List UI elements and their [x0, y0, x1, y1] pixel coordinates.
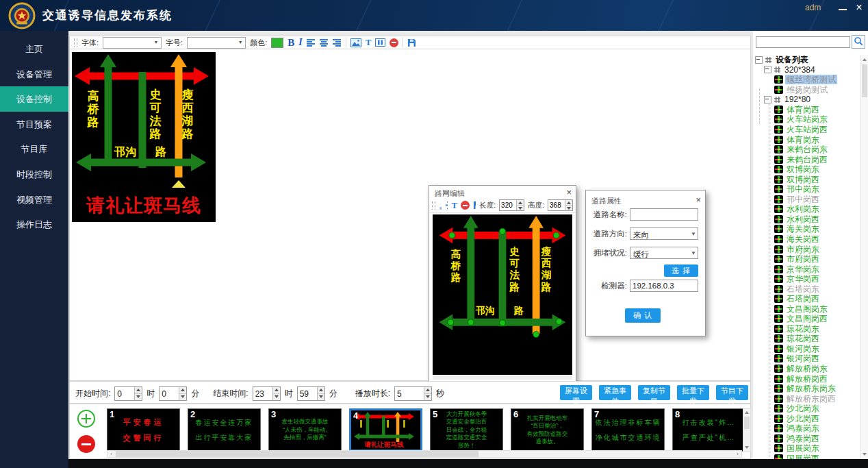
insert-image-icon[interactable] [350, 38, 361, 47]
action-button-紧急事件[interactable]: 紧急事件 [599, 385, 631, 400]
device-item-水利岗东[interactable]: 水利岗东 [753, 204, 821, 214]
save-icon[interactable] [473, 201, 476, 210]
device-item-银河岗东[interactable]: 银河岗东 [753, 344, 821, 354]
device-group-192*80[interactable]: 192*80 [753, 95, 812, 105]
edit-canvas[interactable]: 高桥路 史可法路 瘦西湖路 邗沟 路 请礼让斑马线 路网编辑 × T 长度: 3… [69, 49, 751, 381]
add-program-button[interactable] [77, 410, 95, 428]
bold-button[interactable]: B [288, 38, 294, 47]
device-item-双博岗西[interactable]: 双博岗西 [753, 174, 821, 184]
fontsize-select[interactable]: ▼ [187, 37, 246, 49]
device-item-解放桥东岗东[interactable]: 解放桥东岗东 [753, 384, 837, 394]
close-icon[interactable]: × [853, 1, 865, 14]
confirm-button[interactable]: 确 认 [625, 308, 661, 323]
delete-icon[interactable] [390, 38, 398, 47]
tree-scrollbar[interactable] [860, 55, 868, 459]
add-road-tool-icon[interactable] [445, 201, 448, 210]
device-item-沙北岗东[interactable]: 沙北岗东 [753, 404, 821, 414]
device-group-320*384[interactable]: 320*384 [753, 65, 817, 75]
device-item-火车站岗西[interactable]: 火车站岗西 [753, 125, 829, 135]
scroll-right-icon[interactable]: › [734, 451, 741, 457]
device-item-水利岗西[interactable]: 水利岗西 [753, 214, 821, 225]
search-button[interactable] [852, 35, 865, 49]
start-hour-stepper[interactable]: 0 [114, 386, 142, 401]
minimize-icon[interactable] [837, 3, 849, 14]
sidebar-item-设备控制[interactable]: 设备控制 [0, 86, 68, 112]
program-thumbnail-6[interactable]: 6扎实开展电动车“百日整治”，有效预防道路交通事故。 [511, 408, 584, 452]
length-stepper[interactable]: 320 [499, 199, 524, 211]
device-item-来鹤台岗西[interactable]: 来鹤台岗西 [753, 154, 829, 164]
device-item-文昌阁岗西[interactable]: 文昌阁岗西 [753, 314, 829, 324]
device-item-石塔岗东[interactable]: 石塔岗东 [753, 284, 821, 294]
device-item-邗中岗东[interactable]: 邗中岗东 [753, 184, 821, 195]
playlist-vscrollbar[interactable] [743, 408, 751, 452]
text-tool-icon[interactable]: T [366, 37, 372, 48]
sidebar-item-视频管理[interactable]: 视频管理 [0, 187, 68, 212]
device-item-国展岗西[interactable]: 国展岗西 [753, 454, 821, 459]
draw-line-tool-icon[interactable] [439, 201, 442, 210]
device-item-来鹤台岗东[interactable]: 来鹤台岗东 [753, 145, 829, 155]
action-button-节目下发[interactable]: 节目下发 [716, 385, 748, 400]
text-tool-icon[interactable]: T [451, 200, 457, 211]
program-thumbnail-4[interactable]: 4请礼让斑马线 [349, 408, 422, 452]
traffic-sign-edit-view[interactable]: 高桥路 史可法路 瘦西湖路 邗沟 路 [433, 214, 572, 375]
select-detector-button[interactable]: 选 择 [664, 264, 698, 277]
collapse-icon[interactable] [755, 56, 763, 64]
program-thumbnail-2[interactable]: 2春运安全连万家出行平安靠大家 [188, 408, 261, 452]
program-thumbnail-5[interactable]: 5大力开展秋冬季交通安全整治百日会战，全力稳定道路交通安全形势！ [430, 408, 503, 452]
height-stepper[interactable]: 368 [548, 199, 573, 211]
device-item-国展岗东[interactable]: 国展岗东 [753, 443, 821, 454]
align-left-icon[interactable] [307, 39, 316, 47]
device-item-邗中岗西[interactable]: 邗中岗西 [753, 195, 821, 205]
device-item-京华岗东[interactable]: 京华岗东 [753, 264, 821, 274]
end-minute-stepper[interactable]: 59 [297, 386, 325, 401]
device-item-鸿泰岗东[interactable]: 鸿泰岗东 [753, 423, 821, 434]
sidebar-item-主页[interactable]: 主页 [0, 36, 68, 62]
device-item-沙北岗西[interactable]: 沙北岗西 [753, 413, 821, 423]
font-select[interactable]: ▼ [103, 37, 162, 49]
device-item-鸿泰岗西[interactable]: 鸿泰岗西 [753, 434, 821, 444]
italic-button[interactable]: I [298, 37, 302, 48]
start-minute-stepper[interactable]: 0 [159, 386, 187, 401]
align-center-icon[interactable] [320, 39, 329, 47]
color-swatch[interactable] [271, 38, 283, 48]
sidebar-item-时段控制[interactable]: 时段控制 [0, 162, 68, 187]
scroll-up-icon[interactable] [861, 56, 868, 63]
close-icon[interactable]: × [695, 195, 701, 205]
collapse-icon[interactable] [764, 96, 771, 103]
scrollbar-thumb[interactable] [116, 451, 478, 457]
editor-hscrollbar[interactable] [433, 376, 572, 380]
device-item-海关岗东[interactable]: 海关岗东 [753, 224, 821, 234]
device-item-螺丝湾桥测试[interactable]: 螺丝湾桥测试 [753, 75, 837, 85]
device-item-解放桥岗东[interactable]: 解放桥岗东 [753, 364, 829, 374]
duration-stepper[interactable]: 5 [394, 386, 432, 401]
device-item-市府岗东[interactable]: 市府岗东 [753, 244, 821, 254]
device-item-市府岗西[interactable]: 市府岗西 [753, 254, 821, 264]
device-item-海关岗西[interactable]: 海关岗西 [753, 234, 821, 245]
device-item-火车站岗东[interactable]: 火车站岗东 [753, 114, 829, 125]
program-thumbnail-7[interactable]: 7依法治理非标车辆净化城市交通环境 [591, 408, 665, 452]
scrollbar-thumb[interactable] [744, 417, 750, 429]
sidebar-item-节目预案[interactable]: 节目预案 [0, 112, 68, 137]
scroll-down-icon[interactable] [861, 451, 868, 458]
device-item-文昌阁岗东[interactable]: 文昌阁岗东 [753, 304, 829, 315]
road-direction-select[interactable]: 来向▼ [630, 227, 698, 240]
device-item-维扬岗测试[interactable]: 维扬岗测试 [753, 85, 829, 95]
marquee-tool-icon[interactable] [375, 38, 385, 47]
scroll-left-icon[interactable]: ‹ [107, 451, 115, 457]
program-thumbnail-8[interactable]: 8打击改装“炸…严查严处“机… [672, 408, 745, 452]
action-button-屏幕设置[interactable]: 屏幕设置 [560, 385, 592, 400]
device-item-解放桥东岗西[interactable]: 解放桥东岗西 [753, 393, 837, 404]
device-item-琼花岗东[interactable]: 琼花岗东 [753, 324, 821, 334]
road-name-input[interactable] [630, 208, 698, 221]
sidebar-item-设备管理[interactable]: 设备管理 [0, 62, 68, 87]
action-button-复制节目[interactable]: 复制节目 [638, 385, 670, 400]
device-item-琼花岗西[interactable]: 琼花岗西 [753, 334, 821, 344]
action-button-批量下发[interactable]: 批量下发 [677, 385, 709, 400]
scroll-up-icon[interactable] [743, 409, 750, 416]
device-item-石塔岗西[interactable]: 石塔岗西 [753, 294, 821, 304]
playlist-hscrollbar[interactable]: ‹ › [107, 450, 742, 458]
close-icon[interactable]: × [566, 187, 572, 197]
collapse-icon[interactable] [764, 66, 771, 73]
program-thumbnail-3[interactable]: 3发生轻微交通事故“人未伤，车能动,先拍照，后撤离” [268, 408, 342, 452]
congestion-select[interactable]: 缓行▼ [630, 247, 698, 259]
